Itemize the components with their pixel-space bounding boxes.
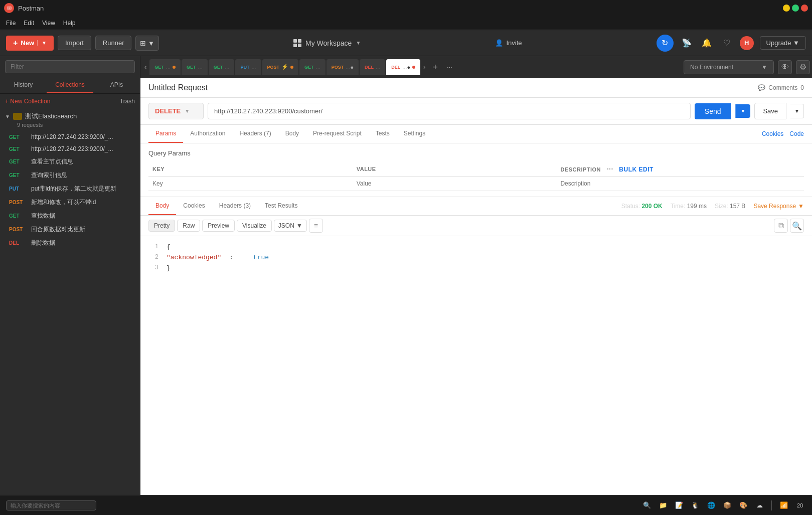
save-dropdown-button[interactable]: ▼: [790, 104, 804, 118]
resp-tab-headers[interactable]: Headers (3): [212, 197, 258, 215]
tab-get-1[interactable]: GET ...: [149, 59, 181, 75]
sidebar-tab-collections[interactable]: Collections: [47, 77, 93, 93]
taskbar-app6-icon[interactable]: 🎨: [737, 499, 749, 511]
workspace-selector[interactable]: My Workspace ▼: [293, 39, 361, 47]
save-button[interactable]: Save: [754, 103, 786, 119]
list-item[interactable]: POST 回合原数据对比更新: [5, 223, 140, 236]
list-item[interactable]: GET 查找数据: [5, 209, 140, 223]
environment-selector[interactable]: No Environment ▼: [684, 60, 774, 74]
interceptor-icon[interactable]: 📡: [680, 36, 694, 50]
sidebar-search-input[interactable]: [5, 60, 135, 73]
request-name: 删除数据: [31, 239, 55, 247]
save-response-button[interactable]: Save Response ▼: [753, 203, 804, 210]
format-raw-button[interactable]: Raw: [177, 220, 200, 232]
list-item[interactable]: POST 新增和修改，可以不带id: [5, 196, 140, 209]
close-button[interactable]: [801, 5, 808, 12]
layout-button[interactable]: ⊞ ▼: [135, 36, 158, 51]
menu-view[interactable]: View: [42, 20, 55, 27]
env-eye-button[interactable]: 👁: [778, 60, 792, 74]
tab-put-1[interactable]: PUT ...: [235, 59, 261, 75]
trash-button[interactable]: Trash: [120, 98, 135, 105]
menu-edit[interactable]: Edit: [24, 20, 34, 27]
req-tab-authorization[interactable]: Authorization: [183, 125, 232, 143]
cookies-link[interactable]: Cookies: [762, 130, 783, 137]
collection-folder-icon: [13, 113, 22, 120]
taskbar-search-input[interactable]: [6, 500, 96, 510]
tab-del-1[interactable]: DEL ...: [360, 59, 385, 75]
tab-post-1[interactable]: POST ⚡: [262, 59, 299, 75]
taskbar-app5-icon[interactable]: 📦: [721, 499, 733, 511]
maximize-button[interactable]: [792, 5, 799, 12]
sidebar-tab-apis[interactable]: APIs: [93, 77, 140, 93]
invite-button[interactable]: 👤 Invite: [495, 39, 522, 47]
send-dropdown-button[interactable]: ▼: [735, 104, 751, 118]
url-input[interactable]: [208, 103, 691, 119]
new-collection-button[interactable]: + New Collection: [5, 98, 50, 105]
search-response-icon[interactable]: 🔍: [790, 219, 804, 233]
method-badge: DEL: [9, 240, 27, 246]
heart-icon[interactable]: ♡: [720, 36, 734, 50]
tab-nav-right[interactable]: ›: [421, 61, 427, 73]
taskbar-chat-icon[interactable]: 🐧: [689, 499, 701, 511]
taskbar-search-icon[interactable]: 🔍: [641, 499, 653, 511]
tab-nav-left[interactable]: ‹: [142, 61, 148, 73]
resp-tab-body[interactable]: Body: [148, 197, 176, 215]
history-sync-icon[interactable]: 🔔: [700, 36, 714, 50]
resp-tab-cookies[interactable]: Cookies: [176, 197, 212, 215]
copy-icon[interactable]: ⧉: [774, 219, 788, 233]
upgrade-button[interactable]: Upgrade ▼: [760, 36, 806, 50]
param-key-input[interactable]: [152, 180, 349, 187]
req-tab-prerequest[interactable]: Pre-request Script: [306, 125, 369, 143]
resp-tab-test-results[interactable]: Test Results: [258, 197, 304, 215]
req-tab-settings[interactable]: Settings: [397, 125, 432, 143]
tab-add-button[interactable]: +: [428, 61, 442, 74]
format-preview-button[interactable]: Preview: [202, 220, 235, 232]
req-tab-headers[interactable]: Headers (7): [232, 125, 278, 143]
list-item[interactable]: GET 查询索引信息: [5, 168, 140, 182]
taskbar-browser-icon[interactable]: 🌐: [705, 499, 717, 511]
sync-button[interactable]: ↻: [657, 35, 674, 52]
list-item[interactable]: GET http://120.27.240.223:9200/_...: [5, 143, 140, 155]
send-button[interactable]: Send: [695, 103, 731, 119]
taskbar-app7-icon[interactable]: ☁: [753, 499, 765, 511]
param-description-input[interactable]: [560, 180, 800, 187]
tab-method-label: GET: [214, 65, 223, 70]
tab-label: ...●: [402, 64, 410, 70]
runner-button[interactable]: Runner: [95, 36, 132, 50]
collection-item[interactable]: ▼ 测试Elasticsearch 9 requests: [0, 109, 140, 131]
param-value-input[interactable]: [357, 180, 553, 187]
tab-get-2[interactable]: GET ...: [182, 59, 208, 75]
new-dropdown-arrow[interactable]: ▼: [37, 40, 47, 46]
minimize-button[interactable]: [783, 5, 790, 12]
code-link[interactable]: Code: [789, 130, 804, 137]
new-button[interactable]: + New ▼: [6, 36, 54, 51]
list-item[interactable]: PUT put带id的保存，第二次就是更新: [5, 182, 140, 196]
method-selector[interactable]: DELETE ▼: [148, 103, 204, 119]
word-wrap-button[interactable]: ≡: [309, 219, 323, 233]
sidebar-tab-history[interactable]: History: [0, 77, 47, 93]
req-tab-tests[interactable]: Tests: [369, 125, 397, 143]
user-avatar[interactable]: H: [740, 36, 754, 50]
list-item[interactable]: DEL 删除数据: [5, 236, 140, 250]
menu-help[interactable]: Help: [63, 20, 76, 27]
tab-get-4[interactable]: GET ...: [299, 59, 326, 75]
params-more-button[interactable]: ···: [607, 165, 613, 173]
tab-post-2[interactable]: POST ...●: [327, 59, 359, 75]
import-button[interactable]: Import: [58, 36, 91, 50]
response-type-selector[interactable]: JSON ▼: [274, 220, 307, 232]
tab-del-2-active[interactable]: DEL ...●: [386, 59, 420, 75]
comments-button[interactable]: 💬 Comments 0: [758, 84, 804, 91]
env-settings-button[interactable]: ⚙: [796, 60, 810, 74]
menu-file[interactable]: File: [6, 20, 16, 27]
req-tab-params[interactable]: Params: [148, 125, 183, 143]
tab-get-3[interactable]: GET ...: [209, 59, 235, 75]
list-item[interactable]: GET 查看主节点信息: [5, 155, 140, 168]
req-tab-body[interactable]: Body: [278, 125, 306, 143]
format-pretty-button[interactable]: Pretty: [148, 220, 175, 232]
bulk-edit-button[interactable]: Bulk Edit: [619, 166, 654, 173]
taskbar-editor-icon[interactable]: 📝: [673, 499, 685, 511]
format-visualize-button[interactable]: Visualize: [237, 220, 272, 232]
tab-more-button[interactable]: ···: [443, 61, 456, 73]
list-item[interactable]: GET http://120.27.240.223:9200/_...: [5, 131, 140, 143]
taskbar-files-icon[interactable]: 📁: [657, 499, 669, 511]
